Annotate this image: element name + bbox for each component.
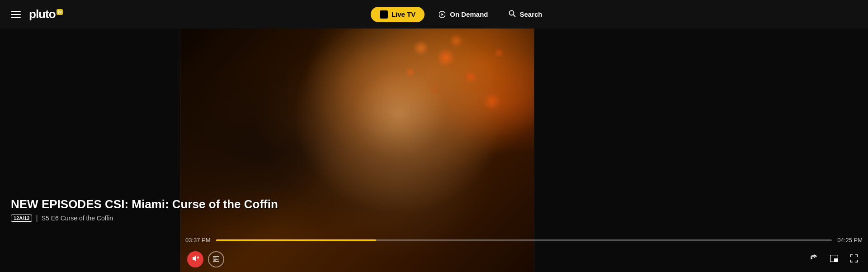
main-nav: Live TV On Demand Search xyxy=(63,6,857,22)
svg-marker-1 xyxy=(383,12,385,13)
show-prefix: NEW EPISODES xyxy=(11,197,105,211)
time-end: 04:25 PM xyxy=(837,237,868,243)
search-button[interactable]: Search xyxy=(501,6,549,22)
subtitles-icon xyxy=(213,256,219,263)
svg-marker-3 xyxy=(442,13,444,16)
share-button[interactable] xyxy=(807,253,821,266)
on-demand-button[interactable]: On Demand xyxy=(429,7,497,22)
mute-button[interactable] xyxy=(187,251,203,267)
show-title: NEW EPISODES CSI: Miami: Curse of the Co… xyxy=(11,197,278,211)
fullscreen-icon xyxy=(850,254,858,265)
logo-badge: tv xyxy=(57,9,63,15)
search-label: Search xyxy=(519,10,542,18)
search-icon xyxy=(509,10,516,19)
svg-rect-13 xyxy=(834,258,838,262)
miniplayer-icon xyxy=(830,255,838,264)
share-icon xyxy=(810,254,818,265)
left-panel xyxy=(0,29,180,272)
header: pluto tv Live TV On Demand xyxy=(0,0,868,29)
subtitles-button[interactable] xyxy=(208,251,224,267)
rating-badge: 12A/12 xyxy=(11,215,32,222)
svg-line-5 xyxy=(514,15,516,17)
svg-rect-0 xyxy=(381,13,387,17)
live-tv-button[interactable]: Live TV xyxy=(371,7,425,22)
progress-fill xyxy=(216,239,376,241)
progress-track[interactable] xyxy=(216,239,832,241)
controls-right xyxy=(807,253,861,266)
controls-left xyxy=(187,251,224,267)
fullscreen-button[interactable] xyxy=(847,253,861,266)
show-meta: 12A/12 | S5 E6 Curse of the Coffin xyxy=(11,214,278,222)
controls-row xyxy=(180,251,868,267)
menu-button[interactable] xyxy=(11,11,21,18)
svg-point-4 xyxy=(509,11,514,15)
play-icon xyxy=(438,10,446,19)
time-start: 03:37 PM xyxy=(180,237,211,243)
miniplayer-button[interactable] xyxy=(827,253,841,266)
mute-icon xyxy=(192,255,199,264)
show-name: CSI: Miami: Curse of the Coffin xyxy=(105,197,278,211)
progress-bar-container: 03:37 PM 04:25 PM xyxy=(180,233,868,247)
on-demand-label: On Demand xyxy=(450,10,488,18)
show-info: NEW EPISODES CSI: Miami: Curse of the Co… xyxy=(11,197,278,222)
episode-info: S5 E6 Curse of the Coffin xyxy=(42,215,113,222)
tv-icon xyxy=(380,10,388,19)
live-tv-label: Live TV xyxy=(392,10,415,18)
logo[interactable]: pluto tv xyxy=(29,7,63,21)
logo-text: pluto xyxy=(29,7,56,21)
